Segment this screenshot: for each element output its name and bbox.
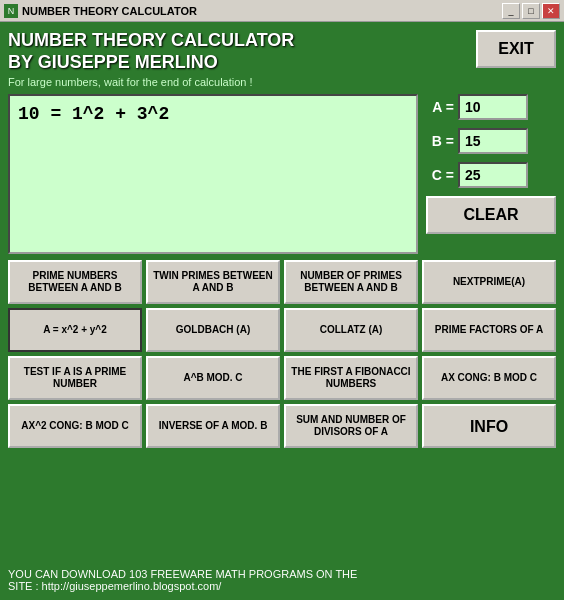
app-subtitle: For large numbers, wait for the end of c… — [8, 76, 468, 88]
a-label: A = — [426, 99, 454, 115]
ax2-cong-button[interactable]: AX^2 CONG: B MOD C — [8, 404, 142, 448]
a-input[interactable] — [458, 94, 528, 120]
footer: YOU CAN DOWNLOAD 103 FREEWARE MATH PROGR… — [8, 568, 556, 592]
b-label: B = — [426, 133, 454, 149]
input-row-c: C = — [426, 162, 556, 188]
sum-divisors-button[interactable]: SUM AND NUMBER OF DIVISORS OF A — [284, 404, 418, 448]
info-button[interactable]: INFO — [422, 404, 556, 448]
prime-numbers-ab-button[interactable]: PRIME NUMBERS BETWEEN A AND B — [8, 260, 142, 304]
middle-row: 10 = 1^2 + 3^2 A = B = C = CLEAR — [8, 94, 556, 254]
number-primes-ab-button[interactable]: NUMBER OF PRIMES BETWEEN A AND B — [284, 260, 418, 304]
title-bar: N NUMBER THEORY CALCULATOR _ □ ✕ — [0, 0, 564, 22]
clear-button[interactable]: CLEAR — [426, 196, 556, 234]
app-title: NUMBER THEORY CALCULATOR BY GIUSEPPE MER… — [8, 30, 468, 73]
output-box: 10 = 1^2 + 3^2 — [8, 94, 418, 254]
ab-mod-c-button[interactable]: A^B MOD. C — [146, 356, 280, 400]
twin-primes-ab-button[interactable]: TWIN PRIMES BETWEEN A AND B — [146, 260, 280, 304]
close-button[interactable]: ✕ — [542, 3, 560, 19]
exit-button[interactable]: EXIT — [476, 30, 556, 68]
app-icon: N — [4, 4, 18, 18]
b-input[interactable] — [458, 128, 528, 154]
header-left: NUMBER THEORY CALCULATOR BY GIUSEPPE MER… — [8, 30, 468, 88]
inverse-mod-button[interactable]: INVERSE OF A MOD. B — [146, 404, 280, 448]
buttons-grid: PRIME NUMBERS BETWEEN A AND BTWIN PRIMES… — [8, 260, 556, 448]
c-label: C = — [426, 167, 454, 183]
nextprime-a-button[interactable]: NEXTPRIME(A) — [422, 260, 556, 304]
title-bar-text: NUMBER THEORY CALCULATOR — [22, 5, 502, 17]
footer-line2: SITE : http://giuseppemerlino.blogspot.c… — [8, 580, 556, 592]
main-area: NUMBER THEORY CALCULATOR BY GIUSEPPE MER… — [0, 22, 564, 600]
prime-factors-button[interactable]: PRIME FACTORS OF A — [422, 308, 556, 352]
title-bar-buttons: _ □ ✕ — [502, 3, 560, 19]
fibonacci-button[interactable]: THE FIRST A FIBONACCI NUMBERS — [284, 356, 418, 400]
sum-squares-button[interactable]: A = x^2 + y^2 — [8, 308, 142, 352]
minimize-button[interactable]: _ — [502, 3, 520, 19]
input-row-b: B = — [426, 128, 556, 154]
goldbach-button[interactable]: GOLDBACH (A) — [146, 308, 280, 352]
collatz-button[interactable]: COLLATZ (A) — [284, 308, 418, 352]
inputs-panel: A = B = C = CLEAR — [426, 94, 556, 254]
c-input[interactable] — [458, 162, 528, 188]
input-row-a: A = — [426, 94, 556, 120]
maximize-button[interactable]: □ — [522, 3, 540, 19]
ax-cong-bc-button[interactable]: AX CONG: B MOD C — [422, 356, 556, 400]
footer-line1: YOU CAN DOWNLOAD 103 FREEWARE MATH PROGR… — [8, 568, 556, 580]
test-prime-button[interactable]: TEST IF A IS A PRIME NUMBER — [8, 356, 142, 400]
header-row: NUMBER THEORY CALCULATOR BY GIUSEPPE MER… — [8, 30, 556, 88]
